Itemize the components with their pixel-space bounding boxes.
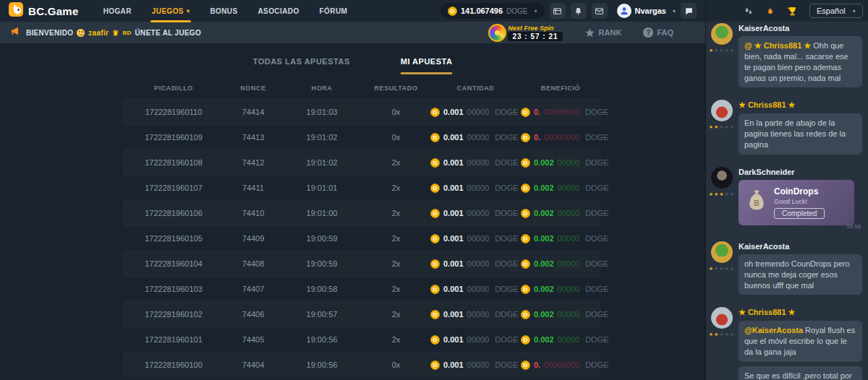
chevron-down-icon: ▾ [853,8,856,14]
doge-coin-icon: D [521,285,530,294]
table-row[interactable]: 17222819601107441419:01:030xD0.00100000D… [123,99,600,124]
star-icon: ★ [709,48,714,53]
rain-button[interactable] [744,6,754,16]
table-row[interactable]: 17222819601017440519:00:562xD0.00100000D… [123,327,600,352]
nav-item-bonus[interactable]: BONUS [200,0,247,22]
bc-game-logo-icon [9,2,23,20]
chat-bubble: oh tremendo CounDrops pero nunca me deja… [739,254,862,295]
bet-profit: D0.00000000DOGE [521,360,600,370]
chat-toggle-button[interactable] [681,3,697,19]
table-row[interactable]: 17222819601057440919:00:592xD0.00100000D… [123,225,600,251]
table-row[interactable]: 17222819601037440719:00:582xD0.00100000D… [123,276,600,301]
mention-link[interactable]: @ ★ Chriss881 ★ [744,41,811,50]
avatar[interactable] [711,241,733,263]
bet-time: 19:01:02 [282,133,362,142]
trophy-glyph-icon: ♛ [112,29,119,37]
flame-button[interactable] [765,6,775,16]
nav-item-asociado[interactable]: ASOCIADO [248,0,310,22]
bet-amount: D0.00100000DOGE [430,234,521,243]
tab-my-bet[interactable]: MI APUESTA [401,57,453,74]
tab-all-bets[interactable]: TODAS LAS APUESTAS [253,57,350,74]
table-row[interactable]: 17222819601087441219:01:022xD0.00100000D… [123,150,600,175]
profit-currency: DOGE [585,158,608,167]
profit-dim: 00000000 [544,360,579,369]
profit-dim: 00000000 [544,108,579,116]
coindrops-card[interactable]: BCoinDropsGood Luck!Completed [739,180,854,225]
table-row[interactable]: 17222819601067441019:01:002xD0.00100000D… [123,200,600,225]
free-spin-widget[interactable]: Next Free Spin 23 : 57 : 21 [488,24,562,42]
table-row[interactable]: 17222819601097441319:01:020xD0.00100000D… [123,124,600,150]
table-row[interactable]: 17222819601047440819:00:592xD0.00100000D… [123,251,600,276]
doge-coin-icon: D [430,133,440,142]
notifications-button[interactable] [571,3,587,19]
profit-main: 0.002 [534,310,554,319]
coindrops-completed-button[interactable]: Completed [774,208,825,219]
nav-item-hogar[interactable]: HOGAR [93,0,142,22]
mention-link[interactable]: @KaiserAcosta [744,326,803,334]
doge-coin-icon: D [521,259,530,269]
bet-time: 19:00:58 [282,285,362,293]
table-row[interactable]: 17222819601077441119:01:012xD0.00100000D… [123,175,600,200]
avatar[interactable] [711,23,733,45]
avatar[interactable] [711,307,733,329]
brand[interactable]: BC.Game [9,2,79,20]
amount-dim: 00000 [467,183,490,192]
table-row[interactable]: 17222819601007440419:00:560xD0.00100000D… [123,352,600,377]
amount-main: 0.001 [443,360,464,369]
bet-hash: 1722281960109 [123,133,224,142]
bet-nonce: 74413 [224,133,282,142]
bet-result: 0x [362,108,430,116]
faq-button[interactable]: ? FAQ [643,27,673,38]
amount-currency: DOGE [495,158,518,167]
user-menu[interactable]: Nvargas ▾ [617,4,676,18]
amount-currency: DOGE [495,310,518,319]
coindrops-info: CoinDropsGood Luck!Completed [774,186,825,219]
chat-username[interactable]: KaiserAcosta [739,24,862,33]
avatar[interactable] [711,100,733,121]
bet-profit: D0.00200000DOGE [521,335,600,345]
spin-timer: 23 : 57 : 21 [508,32,562,41]
bet-time: 19:01:03 [282,108,362,116]
promo-widgets: Next Free Spin 23 : 57 : 21 RANK ? FAQ [488,24,695,42]
coindrops-title: CoinDrops [774,186,825,197]
chat-message-left: ★★★★★ [710,167,733,233]
table-row[interactable]: 17222819601027440619:00:572xD0.00100000D… [123,301,600,327]
chevron-down-icon: ▾ [673,8,676,14]
doge-coin-icon: D [521,209,530,218]
chat-username[interactable]: KaiserAcosta [739,242,862,251]
vault-icon [553,7,562,16]
star-icon: ★ [719,266,724,271]
amount-dim: 00000 [467,310,490,319]
bet-time: 19:01:00 [282,209,362,217]
nav-item-fórum[interactable]: FÓRUM [310,0,358,22]
balance-currency: DOGE [506,7,527,15]
star-icon: ★ [719,48,724,53]
welcome-username[interactable]: zaafir [88,29,109,37]
chat-message-body: KaiserAcosta@ ★ Chriss881 ★ Ohh que bien… [739,23,862,92]
chat-username[interactable]: ★ Chriss881 ★ [739,100,862,110]
balance-selector[interactable]: D 141.067496 DOGE ▾ [441,3,545,19]
chat-message-left: ★★★★★ [710,23,733,92]
bet-nonce: 74412 [224,158,282,167]
profit-dim: 00000 [558,259,580,268]
amount-currency: DOGE [495,285,518,293]
profit-main: 0.002 [534,335,554,344]
chat-username[interactable]: ★ Chriss881 ★ [739,308,862,317]
app: BC.Game HOGARJUEGOS▾BONUSASOCIADOFÓRUM D… [0,0,868,380]
bet-profit: D0.00200000DOGE [521,310,600,319]
star-icon: ★ [730,124,735,129]
chat-messages[interactable]: ★★★★★KaiserAcosta@ ★ Chriss881 ★ Ohh que… [706,17,868,380]
language-selector[interactable]: Español ▾ [809,4,863,18]
avatar[interactable] [711,167,733,189]
messages-button[interactable] [592,3,608,19]
vault-button[interactable] [550,3,566,19]
trophy-button[interactable] [787,6,798,17]
bet-result: 0x [362,360,430,369]
profit-main: 0. [534,133,540,142]
bet-profit: D0.00000000DOGE [521,133,600,142]
rank-button[interactable]: RANK [584,27,622,38]
nav-item-juegos[interactable]: JUEGOS▾ [142,0,200,22]
chat-username[interactable]: DarkSchneider [739,168,862,176]
amount-currency: DOGE [495,183,518,192]
profit-dim: 00000 [558,209,580,217]
